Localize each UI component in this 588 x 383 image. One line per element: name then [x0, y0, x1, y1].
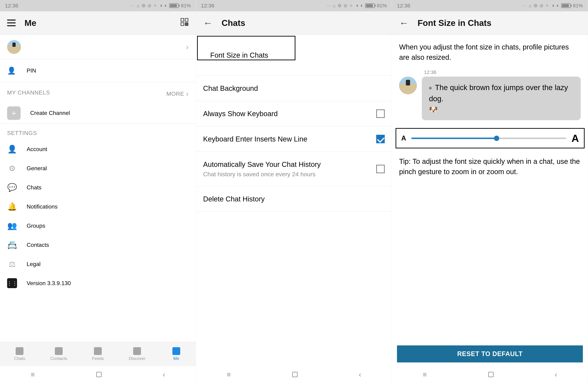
- status-time: 12:36: [201, 3, 214, 9]
- status-right: ··· ⌂ ⚙ ⊘ ᯤ ▮ ▮ 81%: [522, 3, 583, 8]
- back-icon[interactable]: ‹: [359, 371, 361, 379]
- pin-row[interactable]: 👤 PIN: [0, 59, 196, 82]
- settings-header: SETTINGS: [0, 124, 196, 139]
- row-label: Automatically Save Your Chat History: [203, 160, 369, 169]
- back-icon[interactable]: ‹: [163, 371, 165, 379]
- row-chat-background[interactable]: Chat Background: [196, 76, 392, 101]
- nav-discover[interactable]: Discover: [118, 342, 157, 366]
- settings-item-account[interactable]: 👤Account: [0, 139, 196, 159]
- home-icon[interactable]: [488, 372, 494, 377]
- back-arrow-icon[interactable]: ←: [399, 18, 409, 28]
- row-always-show-keyboard[interactable]: Always Show Keyboard: [196, 101, 392, 126]
- status-bar: 12:36 ··· ⌂ ⚙ ⊘ ᯤ ▮ ▮ 81%: [196, 0, 392, 11]
- checkbox-checked[interactable]: [376, 135, 385, 143]
- svg-rect-0: [181, 19, 184, 21]
- pin-label: PIN: [27, 67, 36, 74]
- battery-percent: 81%: [377, 3, 387, 8]
- chats-icon: [16, 347, 23, 355]
- checkbox[interactable]: [376, 165, 385, 173]
- dog-emoji: 🐶: [429, 104, 574, 115]
- more-label: MORE: [166, 91, 184, 97]
- create-channel-row[interactable]: ＋ Create Channel: [0, 102, 196, 124]
- status-time: 12:36: [397, 3, 410, 9]
- discover-icon: [133, 347, 141, 355]
- info-text: When you adjust the font size in chats, …: [392, 35, 588, 70]
- settings-item-legal[interactable]: ⚖Legal: [0, 254, 196, 274]
- settings-label: Chats: [27, 184, 42, 191]
- row-label: Keyboard Enter Inserts New Line: [203, 135, 307, 143]
- menu-icon[interactable]: [7, 19, 16, 26]
- home-icon[interactable]: [96, 372, 102, 377]
- checkbox[interactable]: [376, 109, 385, 118]
- status-icons: ··· ⌂ ⚙ ⊘ ᯤ ▮ ▮: [130, 3, 167, 8]
- settings-item-notifications[interactable]: 🔔Notifications: [0, 197, 196, 216]
- settings-item-groups[interactable]: 👥Groups: [0, 216, 196, 235]
- row-font-size[interactable]: Font Size in Chats: [196, 35, 392, 76]
- app-header: ← Font Size in Chats: [392, 11, 588, 35]
- phone-screen-3: 12:36 ··· ⌂ ⚙ ⊘ ᯤ ▮ ▮ 81% ← Font Size in…: [392, 0, 588, 383]
- contacts-icon: 📇: [7, 240, 17, 249]
- row-enter-newline[interactable]: Keyboard Enter Inserts New Line: [196, 126, 392, 152]
- content: When you adjust the font size in chats, …: [392, 35, 588, 190]
- gavel-icon: ⚖: [7, 260, 17, 269]
- page-title: Me: [24, 18, 36, 28]
- big-a-label: A: [571, 132, 579, 144]
- avatar: [7, 40, 21, 54]
- settings-item-general[interactable]: ⚙General: [0, 159, 196, 178]
- small-a-label: A: [401, 134, 406, 142]
- chevron-right-icon: ›: [186, 89, 189, 98]
- page-title: Font Size in Chats: [418, 18, 491, 28]
- recent-apps-icon[interactable]: ≡: [31, 371, 35, 379]
- person-icon: 👤: [7, 66, 16, 75]
- row-auto-save-history[interactable]: Automatically Save Your Chat History Cha…: [196, 152, 392, 186]
- nav-me[interactable]: Me: [157, 342, 196, 366]
- sample-text: The quick brown fox jumps over the lazy …: [429, 83, 568, 103]
- settings-item-chats[interactable]: 💬Chats: [0, 178, 196, 197]
- status-time: 12:36: [5, 3, 18, 9]
- nav-label: Me: [173, 356, 179, 361]
- status-right: ··· ⌂ ⚙ ⊘ ᯤ ▮ ▮ 81%: [130, 3, 191, 8]
- slider-track[interactable]: [411, 138, 566, 139]
- preview-row: The quick brown fox jumps over the lazy …: [392, 77, 588, 126]
- back-arrow-icon[interactable]: ←: [203, 18, 213, 28]
- svg-rect-4: [187, 23, 188, 24]
- slider-fill: [411, 138, 496, 139]
- svg-rect-5: [185, 24, 186, 25]
- nav-contacts[interactable]: Contacts: [39, 342, 79, 366]
- recent-apps-icon[interactable]: ≡: [227, 371, 231, 379]
- plus-icon: ＋: [7, 106, 21, 120]
- status-right: ··· ⌂ ⚙ ⊘ ᯤ ▮ ▮ 81%: [326, 3, 387, 8]
- settings-label: General: [27, 165, 47, 172]
- profile-row[interactable]: ›: [0, 35, 196, 59]
- content: Font Size in Chats Chat Background Alway…: [196, 35, 392, 366]
- settings-label: Legal: [27, 261, 41, 268]
- status-bar: 12:36 ··· ⌂ ⚙ ⊘ ᯤ ▮ ▮ 81%: [392, 0, 588, 11]
- nav-label: Discover: [129, 356, 145, 361]
- status-dot-icon: [429, 87, 432, 90]
- settings-list: 👤Account ⚙General 💬Chats 🔔Notifications …: [0, 139, 196, 293]
- qr-icon[interactable]: [180, 18, 189, 28]
- system-nav-bar: ≡ ‹: [196, 366, 392, 383]
- font-size-slider[interactable]: A A: [396, 128, 585, 148]
- channels-header-text: MY CHANNELS: [7, 89, 50, 98]
- row-label: Font Size in Chats: [210, 51, 268, 59]
- reset-to-default-button[interactable]: RESET TO DEFAULT: [397, 345, 583, 363]
- slider-thumb[interactable]: [494, 136, 499, 141]
- nav-label: Feeds: [92, 356, 104, 361]
- channels-header: MY CHANNELS MORE ›: [0, 82, 196, 102]
- battery-icon: [365, 3, 375, 8]
- settings-item-contacts[interactable]: 📇Contacts: [0, 235, 196, 254]
- nav-label: Contacts: [50, 356, 67, 361]
- gear-icon: ⚙: [7, 164, 17, 173]
- recent-apps-icon[interactable]: ≡: [423, 371, 427, 379]
- nav-chats[interactable]: Chats: [0, 342, 39, 366]
- feeds-icon: [94, 347, 102, 355]
- content: › 👤 PIN MY CHANNELS MORE › ＋ Create Chan…: [0, 35, 196, 342]
- settings-item-version[interactable]: ⋮⋮Version 3.3.9.130: [0, 274, 196, 293]
- battery-percent: 81%: [573, 3, 583, 8]
- channels-more[interactable]: MORE ›: [166, 89, 189, 98]
- row-delete-history[interactable]: Delete Chat History: [196, 186, 392, 212]
- back-icon[interactable]: ‹: [555, 371, 557, 379]
- home-icon[interactable]: [292, 372, 297, 377]
- nav-feeds[interactable]: Feeds: [78, 342, 118, 366]
